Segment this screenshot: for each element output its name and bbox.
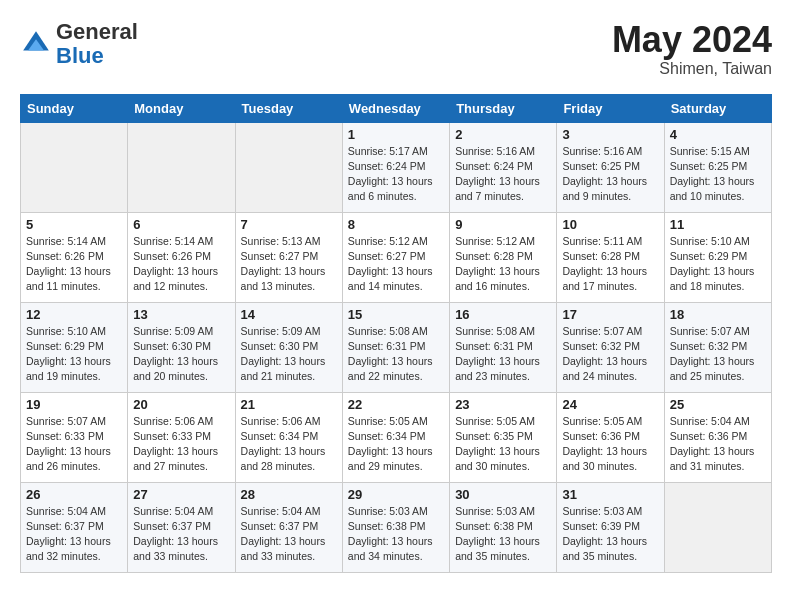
- title-block: May 2024 Shimen, Taiwan: [612, 20, 772, 78]
- calendar-cell: 29Sunrise: 5:03 AMSunset: 6:38 PMDayligh…: [342, 482, 449, 572]
- day-number: 23: [455, 397, 551, 412]
- weekday-header-tuesday: Tuesday: [235, 94, 342, 122]
- calendar-cell: 1Sunrise: 5:17 AMSunset: 6:24 PMDaylight…: [342, 122, 449, 212]
- day-number: 2: [455, 127, 551, 142]
- day-info: Sunrise: 5:04 AMSunset: 6:36 PMDaylight:…: [670, 414, 766, 475]
- day-number: 12: [26, 307, 122, 322]
- day-number: 3: [562, 127, 658, 142]
- day-number: 4: [670, 127, 766, 142]
- calendar-cell: 4Sunrise: 5:15 AMSunset: 6:25 PMDaylight…: [664, 122, 771, 212]
- calendar-cell: 13Sunrise: 5:09 AMSunset: 6:30 PMDayligh…: [128, 302, 235, 392]
- month-title: May 2024: [612, 20, 772, 60]
- logo-icon: [20, 28, 52, 60]
- calendar-cell: 14Sunrise: 5:09 AMSunset: 6:30 PMDayligh…: [235, 302, 342, 392]
- day-info: Sunrise: 5:16 AMSunset: 6:24 PMDaylight:…: [455, 144, 551, 205]
- calendar-cell: 12Sunrise: 5:10 AMSunset: 6:29 PMDayligh…: [21, 302, 128, 392]
- calendar-week-row: 12Sunrise: 5:10 AMSunset: 6:29 PMDayligh…: [21, 302, 772, 392]
- day-number: 28: [241, 487, 337, 502]
- day-number: 7: [241, 217, 337, 232]
- calendar-cell: 31Sunrise: 5:03 AMSunset: 6:39 PMDayligh…: [557, 482, 664, 572]
- weekday-header-friday: Friday: [557, 94, 664, 122]
- location-subtitle: Shimen, Taiwan: [612, 60, 772, 78]
- calendar-cell: 30Sunrise: 5:03 AMSunset: 6:38 PMDayligh…: [450, 482, 557, 572]
- calendar-week-row: 5Sunrise: 5:14 AMSunset: 6:26 PMDaylight…: [21, 212, 772, 302]
- day-number: 15: [348, 307, 444, 322]
- weekday-header-sunday: Sunday: [21, 94, 128, 122]
- calendar-cell: [21, 122, 128, 212]
- calendar-cell: 21Sunrise: 5:06 AMSunset: 6:34 PMDayligh…: [235, 392, 342, 482]
- calendar-cell: 22Sunrise: 5:05 AMSunset: 6:34 PMDayligh…: [342, 392, 449, 482]
- day-number: 17: [562, 307, 658, 322]
- day-info: Sunrise: 5:06 AMSunset: 6:33 PMDaylight:…: [133, 414, 229, 475]
- calendar-cell: 16Sunrise: 5:08 AMSunset: 6:31 PMDayligh…: [450, 302, 557, 392]
- day-number: 21: [241, 397, 337, 412]
- day-number: 16: [455, 307, 551, 322]
- page-header: General Blue May 2024 Shimen, Taiwan: [20, 20, 772, 78]
- day-info: Sunrise: 5:03 AMSunset: 6:38 PMDaylight:…: [455, 504, 551, 565]
- weekday-header-row: SundayMondayTuesdayWednesdayThursdayFrid…: [21, 94, 772, 122]
- day-number: 26: [26, 487, 122, 502]
- day-number: 31: [562, 487, 658, 502]
- weekday-header-thursday: Thursday: [450, 94, 557, 122]
- day-info: Sunrise: 5:11 AMSunset: 6:28 PMDaylight:…: [562, 234, 658, 295]
- calendar-cell: 2Sunrise: 5:16 AMSunset: 6:24 PMDaylight…: [450, 122, 557, 212]
- logo: General Blue: [20, 20, 138, 68]
- day-info: Sunrise: 5:05 AMSunset: 6:34 PMDaylight:…: [348, 414, 444, 475]
- day-number: 29: [348, 487, 444, 502]
- calendar-cell: [128, 122, 235, 212]
- day-number: 19: [26, 397, 122, 412]
- calendar-cell: 7Sunrise: 5:13 AMSunset: 6:27 PMDaylight…: [235, 212, 342, 302]
- day-number: 27: [133, 487, 229, 502]
- day-number: 9: [455, 217, 551, 232]
- day-info: Sunrise: 5:04 AMSunset: 6:37 PMDaylight:…: [26, 504, 122, 565]
- day-info: Sunrise: 5:12 AMSunset: 6:28 PMDaylight:…: [455, 234, 551, 295]
- day-number: 22: [348, 397, 444, 412]
- day-number: 14: [241, 307, 337, 322]
- day-info: Sunrise: 5:05 AMSunset: 6:35 PMDaylight:…: [455, 414, 551, 475]
- day-number: 20: [133, 397, 229, 412]
- day-info: Sunrise: 5:15 AMSunset: 6:25 PMDaylight:…: [670, 144, 766, 205]
- calendar-cell: 9Sunrise: 5:12 AMSunset: 6:28 PMDaylight…: [450, 212, 557, 302]
- day-info: Sunrise: 5:17 AMSunset: 6:24 PMDaylight:…: [348, 144, 444, 205]
- calendar-cell: 10Sunrise: 5:11 AMSunset: 6:28 PMDayligh…: [557, 212, 664, 302]
- calendar-week-row: 1Sunrise: 5:17 AMSunset: 6:24 PMDaylight…: [21, 122, 772, 212]
- calendar-cell: 26Sunrise: 5:04 AMSunset: 6:37 PMDayligh…: [21, 482, 128, 572]
- day-info: Sunrise: 5:10 AMSunset: 6:29 PMDaylight:…: [26, 324, 122, 385]
- calendar-week-row: 26Sunrise: 5:04 AMSunset: 6:37 PMDayligh…: [21, 482, 772, 572]
- calendar-cell: 8Sunrise: 5:12 AMSunset: 6:27 PMDaylight…: [342, 212, 449, 302]
- calendar-cell: 6Sunrise: 5:14 AMSunset: 6:26 PMDaylight…: [128, 212, 235, 302]
- day-info: Sunrise: 5:08 AMSunset: 6:31 PMDaylight:…: [455, 324, 551, 385]
- logo-general: General: [56, 19, 138, 44]
- weekday-header-monday: Monday: [128, 94, 235, 122]
- calendar-cell: 23Sunrise: 5:05 AMSunset: 6:35 PMDayligh…: [450, 392, 557, 482]
- day-info: Sunrise: 5:04 AMSunset: 6:37 PMDaylight:…: [133, 504, 229, 565]
- day-info: Sunrise: 5:05 AMSunset: 6:36 PMDaylight:…: [562, 414, 658, 475]
- day-number: 13: [133, 307, 229, 322]
- day-number: 25: [670, 397, 766, 412]
- day-info: Sunrise: 5:04 AMSunset: 6:37 PMDaylight:…: [241, 504, 337, 565]
- day-number: 6: [133, 217, 229, 232]
- calendar-cell: 24Sunrise: 5:05 AMSunset: 6:36 PMDayligh…: [557, 392, 664, 482]
- day-info: Sunrise: 5:03 AMSunset: 6:39 PMDaylight:…: [562, 504, 658, 565]
- calendar-cell: 19Sunrise: 5:07 AMSunset: 6:33 PMDayligh…: [21, 392, 128, 482]
- weekday-header-wednesday: Wednesday: [342, 94, 449, 122]
- day-info: Sunrise: 5:06 AMSunset: 6:34 PMDaylight:…: [241, 414, 337, 475]
- day-number: 18: [670, 307, 766, 322]
- logo-blue: Blue: [56, 43, 104, 68]
- calendar-cell: 20Sunrise: 5:06 AMSunset: 6:33 PMDayligh…: [128, 392, 235, 482]
- day-number: 30: [455, 487, 551, 502]
- day-info: Sunrise: 5:14 AMSunset: 6:26 PMDaylight:…: [26, 234, 122, 295]
- calendar-table: SundayMondayTuesdayWednesdayThursdayFrid…: [20, 94, 772, 573]
- calendar-cell: 17Sunrise: 5:07 AMSunset: 6:32 PMDayligh…: [557, 302, 664, 392]
- calendar-cell: 18Sunrise: 5:07 AMSunset: 6:32 PMDayligh…: [664, 302, 771, 392]
- day-number: 10: [562, 217, 658, 232]
- day-info: Sunrise: 5:07 AMSunset: 6:33 PMDaylight:…: [26, 414, 122, 475]
- calendar-cell: 27Sunrise: 5:04 AMSunset: 6:37 PMDayligh…: [128, 482, 235, 572]
- day-info: Sunrise: 5:07 AMSunset: 6:32 PMDaylight:…: [670, 324, 766, 385]
- day-number: 1: [348, 127, 444, 142]
- calendar-week-row: 19Sunrise: 5:07 AMSunset: 6:33 PMDayligh…: [21, 392, 772, 482]
- day-info: Sunrise: 5:16 AMSunset: 6:25 PMDaylight:…: [562, 144, 658, 205]
- day-info: Sunrise: 5:07 AMSunset: 6:32 PMDaylight:…: [562, 324, 658, 385]
- day-number: 11: [670, 217, 766, 232]
- day-number: 5: [26, 217, 122, 232]
